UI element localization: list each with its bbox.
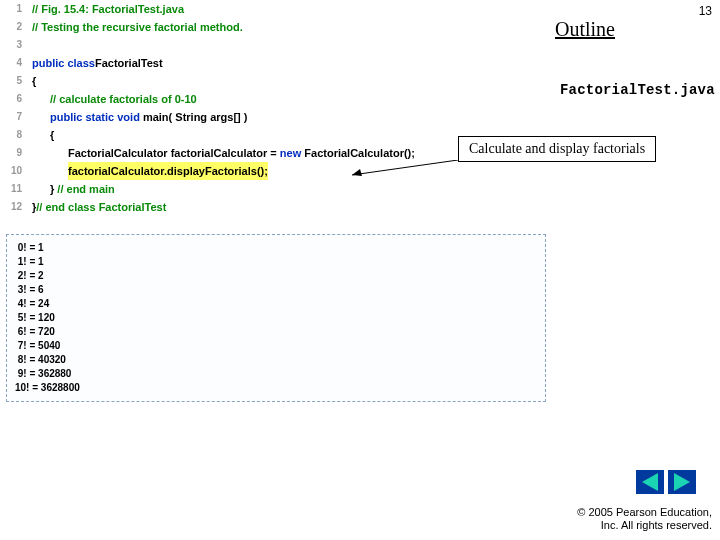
line-number: 7 <box>2 108 22 126</box>
program-output: 0! = 1 1! = 1 2! = 2 3! = 6 4! = 24 5! =… <box>6 234 546 402</box>
next-slide-button[interactable] <box>668 470 696 494</box>
code-text: FactorialCalculator factorialCalculator … <box>68 147 280 159</box>
line-number: 11 <box>2 180 22 198</box>
output-line: 0! = 1 <box>15 241 537 255</box>
code-keyword: public static void <box>50 111 140 123</box>
output-line: 4! = 24 <box>15 297 537 311</box>
line-number: 8 <box>2 126 22 144</box>
code-listing: 1// Fig. 15.4: FactorialTest.java 2// Te… <box>0 0 550 216</box>
output-line: 5! = 120 <box>15 311 537 325</box>
line-number: 4 <box>2 54 22 72</box>
output-line: 7! = 5040 <box>15 339 537 353</box>
code-brace: { <box>32 72 36 90</box>
code-comment: // calculate factorials of 0-10 <box>50 90 197 108</box>
code-brace: { <box>50 126 54 144</box>
line-number: 12 <box>2 198 22 216</box>
code-keyword: new <box>280 147 301 159</box>
output-line: 8! = 40320 <box>15 353 537 367</box>
line-number: 5 <box>2 72 22 90</box>
file-name-label: FactorialTest.java <box>560 82 715 98</box>
line-number: 10 <box>2 162 22 180</box>
output-line: 3! = 6 <box>15 283 537 297</box>
code-comment: // Fig. 15.4: FactorialTest.java <box>32 0 184 18</box>
line-number: 6 <box>2 90 22 108</box>
code-comment: // Testing the recursive factorial metho… <box>32 18 243 36</box>
output-line: 10! = 3628800 <box>15 381 537 395</box>
code-keyword: public class <box>32 54 95 72</box>
line-number: 1 <box>2 0 22 18</box>
prev-slide-button[interactable] <box>636 470 664 494</box>
code-comment: // end main <box>57 183 114 195</box>
code-text: main( String args[] ) <box>140 111 248 123</box>
copyright-line: Inc. All rights reserved. <box>577 519 712 532</box>
code-highlighted: factorialCalculator.displayFactorials(); <box>68 162 268 180</box>
code-comment: // end class FactorialTest <box>36 198 166 216</box>
nav-controls <box>636 470 696 498</box>
line-number: 3 <box>2 36 22 54</box>
outline-heading: Outline <box>555 18 615 41</box>
output-line: 9! = 362880 <box>15 367 537 381</box>
line-number: 9 <box>2 144 22 162</box>
output-line: 6! = 720 <box>15 325 537 339</box>
output-line: 2! = 2 <box>15 269 537 283</box>
line-number: 2 <box>2 18 22 36</box>
copyright-notice: © 2005 Pearson Education, Inc. All right… <box>577 506 712 532</box>
callout-label: Calculate and display factorials <box>458 136 656 162</box>
slide-number: 13 <box>699 4 712 18</box>
code-text: FactorialCalculator(); <box>301 147 415 159</box>
output-line: 1! = 1 <box>15 255 537 269</box>
copyright-line: © 2005 Pearson Education, <box>577 506 712 519</box>
code-text: FactorialTest <box>95 54 163 72</box>
